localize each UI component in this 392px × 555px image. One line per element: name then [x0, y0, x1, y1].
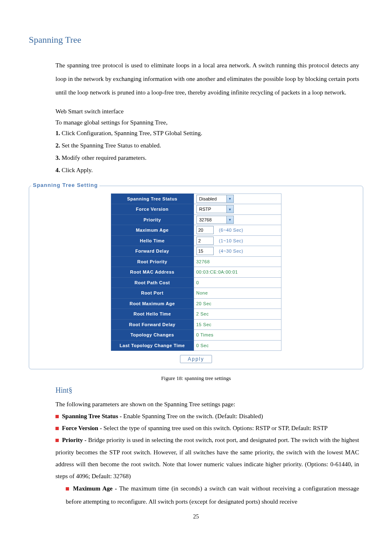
interface-subtext: To manage global settings for Spanning T… — [55, 118, 359, 127]
bullet-icon — [55, 439, 59, 442]
fwd-input[interactable]: 15 — [196, 247, 214, 255]
panel-legend: Spanning Tree Setting — [31, 181, 99, 189]
intro-paragraph: The spanning tree protocol is used to el… — [55, 59, 359, 99]
hint-item: Spanning Tree Status - Enable Spanning T… — [55, 410, 359, 422]
step-1: 1. Click Configuration, Spanning Tree, S… — [55, 127, 359, 139]
readonly-value: 32768 — [196, 259, 210, 264]
hint-item: Force Version - Select the type of spann… — [55, 422, 359, 434]
row-label: Root Priority — [111, 256, 194, 267]
hello-input[interactable]: 2 — [196, 237, 214, 245]
readonly-value: 20 Sec — [196, 301, 212, 306]
row-label: Hello Time — [111, 235, 194, 246]
hint-item: Priority - Bridge priority is used in se… — [55, 434, 359, 482]
priority-select[interactable]: 32768 ▾ — [196, 216, 234, 224]
row-label: Root Path Cost — [111, 277, 194, 288]
chevron-down-icon: ▾ — [226, 205, 233, 213]
row-label: Root Hello Time — [111, 309, 194, 320]
page-number: 25 — [29, 512, 363, 521]
readonly-value: 0 Times — [196, 332, 214, 337]
interface-heading: Web Smart switch interface — [55, 107, 359, 116]
section-title: Spanning Tree — [29, 33, 363, 46]
version-select[interactable]: RSTP ▾ — [196, 205, 234, 213]
readonly-value: 2 Sec — [196, 311, 209, 316]
step-2: 2. Set the Spanning Tree Status to enabl… — [55, 139, 359, 152]
range-hint: (1~10 Sec) — [219, 238, 243, 243]
row-label: Spanning Tree Status — [111, 193, 194, 204]
readonly-value: None — [196, 290, 208, 295]
bullet-icon — [55, 415, 59, 418]
row-label: Last Topology Change Time — [111, 340, 194, 351]
figure-caption: Figure 18: spanning tree settings — [29, 374, 363, 382]
stp-table: Spanning Tree Status Disabled ▾ Force Ve… — [111, 193, 281, 351]
hint-intro: The following parameters are shown on th… — [55, 398, 359, 410]
row-label: Forward Delay — [111, 246, 194, 257]
stp-settings-panel: Spanning Tree Status Disabled ▾ Force Ve… — [29, 186, 363, 370]
bullet-icon — [55, 427, 59, 430]
chevron-down-icon: ▾ — [226, 195, 233, 203]
row-label: Root MAC Address — [111, 267, 194, 278]
range-hint: (6~40 Sec) — [219, 228, 243, 233]
apply-button[interactable]: Apply — [180, 355, 212, 363]
readonly-value: 0 Sec — [196, 343, 209, 348]
readonly-value: 00:03:CE:0A:00:01 — [196, 269, 238, 274]
row-label: Root Maximum Age — [111, 298, 194, 309]
hint-heading: Hint§ — [55, 385, 363, 396]
readonly-value: 0 — [196, 280, 199, 285]
row-label: Priority — [111, 214, 194, 225]
row-label: Root Port — [111, 288, 194, 299]
row-label: Topology Changes — [111, 330, 194, 341]
maxage-input[interactable]: 20 — [196, 226, 214, 234]
step-3: 3. Modify other required parameters. — [55, 152, 359, 164]
chevron-down-icon: ▾ — [226, 216, 233, 223]
row-label: Maximum Age — [111, 225, 194, 236]
row-label: Root Forward Delay — [111, 319, 194, 330]
row-label: Force Version — [111, 204, 194, 215]
range-hint: (4~30 Sec) — [219, 249, 243, 253]
hint-item: Maximum Age - The maximum time (in secon… — [66, 482, 359, 508]
readonly-value: 15 Sec — [196, 322, 212, 327]
status-select[interactable]: Disabled ▾ — [196, 195, 234, 203]
step-4: 4. Click Apply. — [55, 164, 359, 176]
bullet-icon — [66, 487, 69, 491]
